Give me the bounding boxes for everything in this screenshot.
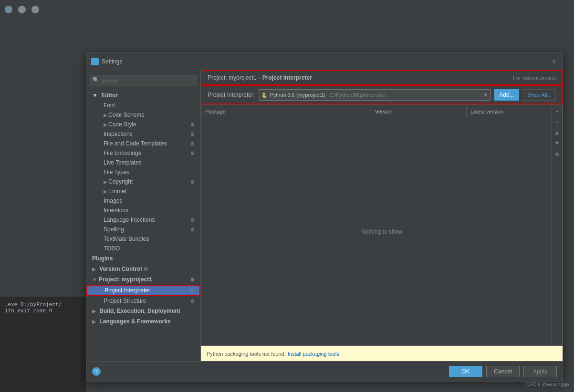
- install-packaging-tools-link[interactable]: Install packaging tools: [288, 351, 339, 357]
- terminal-line-3: ith exit code 0: [5, 308, 81, 314]
- scroll-up-button[interactable]: ▲: [553, 128, 562, 137]
- sidebar-section-project[interactable]: ▼ Project: myproject1 ⚙: [86, 274, 200, 285]
- breadcrumb-bar: Project: myproject1 › Project Interprete…: [201, 70, 563, 85]
- project-gear: ⚙: [190, 277, 195, 282]
- sidebar-item-font[interactable]: Font: [86, 101, 200, 110]
- sidebar-item-inspections[interactable]: Inspections ⚙: [86, 129, 200, 139]
- table-action-buttons: + − ▲ ▼ 👁: [552, 105, 562, 345]
- sidebar-item-language-injections[interactable]: Language Injections ⚙: [86, 215, 200, 225]
- sidebar-section-editor[interactable]: ▼ Editor: [86, 90, 200, 101]
- nothing-to-show: Nothing to show: [361, 228, 402, 235]
- sidebar-item-file-encodings[interactable]: File Encodings ⚙: [86, 148, 200, 158]
- ok-button[interactable]: OK: [449, 366, 482, 377]
- dialog-body: 🔍 ▼ Editor Font ▶ Color Scheme ▶: [86, 70, 563, 361]
- search-input[interactable]: [90, 75, 197, 86]
- textmate-bundles-label: TextMate Bundles: [104, 236, 149, 242]
- code-style-gear: ⚙: [190, 122, 195, 127]
- sidebar-item-spelling[interactable]: Spelling ⚙: [86, 225, 200, 234]
- python-icon: 🐍: [261, 92, 268, 98]
- show-all-button[interactable]: Show All...: [523, 89, 556, 101]
- terminal-line-1: .exe D:/pyProject/: [5, 301, 81, 308]
- sidebar-item-live-templates[interactable]: Live Templates: [86, 158, 200, 167]
- remove-package-button[interactable]: −: [553, 117, 562, 127]
- project-structure-label: Project Structure: [104, 298, 146, 304]
- sidebar-item-copyright[interactable]: ▶ Copyright ⚙: [86, 177, 200, 186]
- sidebar-section-plugins[interactable]: Plugins: [86, 253, 200, 264]
- watermark: CSDN @wuxingge: [525, 382, 569, 387]
- latest-header-text: Latest version: [470, 109, 503, 114]
- project-interpreter-gear: ⚙: [189, 288, 194, 293]
- language-injections-gear: ⚙: [190, 217, 195, 223]
- sidebar-item-intentions[interactable]: Intentions: [86, 206, 200, 215]
- copyright-arrow: ▶: [104, 179, 107, 185]
- color-scheme-row: ▶ Color Scheme: [104, 112, 145, 118]
- ide-icon-1: [5, 6, 12, 13]
- interpreter-path: C:\Python36\python.exe: [329, 92, 385, 98]
- dialog-title-left: Settings: [91, 58, 122, 65]
- select-dropdown-arrow: ▼: [483, 92, 488, 98]
- warning-text: Python packaging tools not found.: [207, 351, 286, 357]
- interpreter-select[interactable]: 🐍 Python 3.6 (myproject1) C:\Python36\py…: [259, 89, 491, 101]
- sidebar-item-color-scheme[interactable]: ▶ Color Scheme: [86, 110, 200, 120]
- sidebar-item-todo[interactable]: TODO: [86, 244, 200, 253]
- apply-button[interactable]: Apply: [523, 366, 557, 377]
- dialog-footer: ? OK Cancel Apply: [86, 361, 563, 381]
- sidebar-item-project-structure[interactable]: Project Structure ⚙: [86, 296, 200, 306]
- settings-dialog: Settings × 🔍 ▼ Editor Font ▶ Color: [86, 52, 563, 382]
- copyright-label: Copyright: [108, 178, 133, 185]
- sidebar-section-version-control[interactable]: ▶ Version Control ⚙: [86, 264, 200, 274]
- live-templates-label: Live Templates: [104, 159, 142, 166]
- table-body: Nothing to show: [201, 118, 562, 345]
- help-button[interactable]: ?: [92, 367, 101, 376]
- sidebar-item-project-interpreter[interactable]: Project Interpreter ⚙: [86, 285, 200, 296]
- interpreter-select-inner: 🐍 Python 3.6 (myproject1) C:\Python36\py…: [261, 92, 385, 98]
- languages-label: Languages & Frameworks: [99, 318, 170, 325]
- sidebar-item-images[interactable]: Images: [86, 196, 200, 206]
- sidebar-section-build[interactable]: ▶ Build, Execution, Deployment: [86, 306, 200, 316]
- sidebar-item-file-code-templates[interactable]: File and Code Templates ⚙: [86, 139, 200, 148]
- project-myproject-label: Project: myproject1: [99, 276, 152, 283]
- code-style-row: ▶ Code Style: [104, 121, 136, 128]
- font-label: Font: [104, 102, 115, 109]
- cancel-button[interactable]: Cancel: [486, 366, 520, 377]
- code-style-label: Code Style: [108, 121, 136, 128]
- sidebar-section-languages[interactable]: ▶ Languages & Frameworks: [86, 316, 200, 327]
- inspections-label: Inspections: [104, 131, 133, 137]
- build-label: Build, Execution, Deployment: [99, 308, 180, 314]
- interpreter-value: Python 3.6 (myproject1): [270, 92, 325, 98]
- spelling-label: Spelling: [104, 226, 124, 233]
- close-button[interactable]: ×: [550, 58, 558, 65]
- sidebar-item-code-style[interactable]: ▶ Code Style ⚙: [86, 120, 200, 129]
- languages-arrow: ▶: [92, 319, 96, 324]
- breadcrumb-arrow: ›: [259, 74, 261, 81]
- scroll-down-button[interactable]: ▼: [553, 138, 562, 148]
- plugins-label: Plugins: [92, 255, 113, 262]
- copyright-row: ▶ Copyright: [104, 178, 133, 185]
- content-area: Project: myproject1 › Project Interprete…: [201, 70, 563, 361]
- version-control-arrow: ▶: [92, 267, 96, 272]
- table-header-package: Package: [201, 105, 371, 118]
- emmet-arrow: ▶: [104, 189, 107, 194]
- version-control-label: Version Control: [99, 266, 142, 272]
- language-injections-label: Language Injections: [104, 217, 155, 223]
- add-package-button[interactable]: +: [553, 107, 562, 116]
- add-interpreter-button[interactable]: Add...: [494, 89, 519, 101]
- interpreter-label: Project Interpreter:: [208, 92, 255, 98]
- sidebar-item-emmet[interactable]: ▶ Emmet: [86, 186, 200, 196]
- code-style-arrow: ▶: [104, 122, 107, 127]
- search-box: 🔍: [90, 75, 197, 86]
- breadcrumb-hint: For current project: [513, 75, 556, 81]
- table-header: Package Version Latest version: [201, 105, 562, 118]
- eye-button[interactable]: 👁: [553, 150, 562, 159]
- editor-label: Editor: [101, 92, 118, 99]
- inspections-gear: ⚙: [190, 132, 195, 137]
- sidebar-item-textmate-bundles[interactable]: TextMate Bundles: [86, 234, 200, 244]
- project-structure-gear: ⚙: [190, 299, 195, 304]
- sidebar-item-file-types[interactable]: File Types: [86, 167, 200, 177]
- project-collapse-arrow: ▼: [92, 277, 97, 282]
- color-scheme-label: Color Scheme: [108, 112, 145, 118]
- project-interpreter-label: Project Interpreter: [104, 287, 150, 294]
- version-header-text: Version: [375, 109, 393, 114]
- build-arrow: ▶: [92, 309, 96, 314]
- settings-icon: [91, 58, 99, 65]
